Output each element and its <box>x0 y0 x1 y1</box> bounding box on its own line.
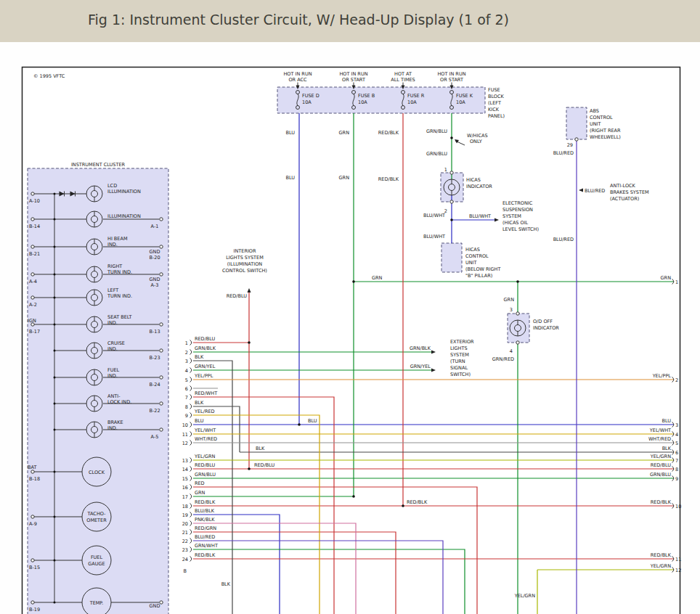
pin-bump <box>31 296 34 299</box>
wire-label: YEL/RED <box>194 409 215 414</box>
power-label: OR ACC <box>288 77 307 83</box>
fuse-rating: 10A <box>407 99 417 105</box>
wire-label: BLU/WHT <box>423 234 445 240</box>
cluster-item-label: LCD <box>107 183 117 189</box>
instrument-cluster-box <box>28 168 168 614</box>
wire-label: BLK <box>256 446 265 451</box>
conn-number: 2 <box>185 350 188 356</box>
conn-number: 7 <box>185 395 188 401</box>
fuse-rating: 10A <box>358 99 367 105</box>
conn-number: 11 <box>675 557 681 562</box>
pin-label: B-22 <box>149 408 160 414</box>
wire-label: GRN/BLU <box>195 472 216 478</box>
junction-dot <box>54 560 56 562</box>
conn-number: 13 <box>182 458 188 464</box>
pin-label: A-2 <box>29 302 37 308</box>
component-label: INDICATOR <box>533 325 559 331</box>
component-label: ELECTRONIC <box>502 200 533 206</box>
wire-label: YEL/GRN <box>650 454 671 459</box>
pin-bump <box>31 192 34 195</box>
conn-number: 23 <box>182 547 188 553</box>
pin-bump <box>31 515 34 518</box>
component-label: LEVEL SWITCH) <box>502 226 539 232</box>
pin-bump <box>31 245 34 248</box>
wire-label: YEL/WHT <box>649 427 671 433</box>
wire-label: GRN/YEL <box>410 364 431 369</box>
pin-bump <box>160 601 163 604</box>
junction-dot <box>248 341 251 344</box>
cluster-item-label: OMETER <box>86 517 107 523</box>
pin-label: A-5 <box>151 434 159 440</box>
wire-label: GRN/BLK <box>195 345 216 351</box>
component-label: SYSTEM <box>502 213 521 219</box>
pin-bump <box>160 245 163 248</box>
component-label: ANTI-LOCK <box>610 183 636 189</box>
junction-dot <box>54 429 56 431</box>
conn-number: 1 <box>185 340 188 346</box>
wire-label: BLU/RED <box>553 150 574 156</box>
fuse-block-label: BLOCK <box>488 94 505 99</box>
wire-label: GRN/YEL <box>195 364 216 369</box>
wire-label: RED <box>195 480 205 486</box>
wire-label: YEL/PPL <box>652 373 672 379</box>
cluster-item-label: ILLUMINATION <box>107 213 141 219</box>
pin-bump <box>31 273 34 276</box>
conn-number: 12 <box>182 441 188 446</box>
cluster-item-label: TURN IND. <box>107 269 132 275</box>
pin-number: 4 <box>510 348 513 354</box>
fuse-label: FUSE D <box>302 93 320 99</box>
fuse-label: FUSE B <box>358 93 375 99</box>
junction-dot <box>54 246 56 248</box>
conn-number: 2 <box>675 377 678 383</box>
abs-unit-box <box>566 107 587 139</box>
component-label: (RIGHT REAR <box>590 128 621 134</box>
conn-number: 9 <box>675 476 678 482</box>
pin-label: B-21 <box>29 251 40 257</box>
pin-label: GND <box>150 277 160 282</box>
conn-label: B <box>184 568 187 574</box>
cluster-item-label: IND. <box>107 242 118 247</box>
cluster-item-label: IND. <box>107 373 118 379</box>
cluster-item-label: FUEL <box>107 367 120 373</box>
wire-label: RED/BLK <box>195 499 216 505</box>
wire-label: GRN <box>504 297 515 303</box>
wire-label: BLU/BLK <box>195 508 215 514</box>
wire-label: RED/BLK <box>651 499 672 505</box>
conn-number: 12 <box>675 568 681 573</box>
wire-label: RED/BLU <box>195 336 216 342</box>
junction-dot <box>516 280 519 283</box>
component-label: EXTERIOR <box>450 339 474 345</box>
wire-label: WHT/RED <box>648 436 671 442</box>
fuse-block-label: (LEFT <box>488 100 501 106</box>
junction-dot <box>54 516 56 518</box>
conn-number: 20 <box>182 521 188 527</box>
wire-label: PNK/BLK <box>195 517 215 523</box>
wire-label: RED/BLK <box>378 130 399 136</box>
wire-label: BLU <box>662 418 671 424</box>
pin-bump <box>450 171 453 174</box>
power-label: OR START <box>440 77 463 83</box>
wire-label: GRN/BLU <box>650 472 671 478</box>
wire-label: BLK <box>662 446 672 451</box>
wire-label: GRN <box>339 175 350 181</box>
conn-number: 5 <box>675 441 678 446</box>
wire-label: BLU/WHT <box>423 213 445 218</box>
wire-label: BLU <box>308 418 317 424</box>
pin-bump <box>31 559 34 562</box>
junction-dot <box>54 377 56 379</box>
note-label: ONLY <box>470 139 482 144</box>
cluster-item-label: LOCK IND. <box>107 399 131 405</box>
wire-label: GRN/BLU <box>426 128 447 134</box>
conn-number: 18 <box>182 504 188 509</box>
cluster-item-label: IND. <box>107 320 118 326</box>
cluster-item-label: CLOCK <box>89 470 105 475</box>
conn-number: 24 <box>182 557 188 562</box>
component-label: ABS <box>590 108 599 114</box>
cluster-item-label: LEFT <box>107 287 118 293</box>
wire-label: GRN/WHT <box>195 543 218 549</box>
wire-label: BLU/RED <box>553 237 574 242</box>
pin-bump <box>450 200 453 203</box>
component-label: O/D OFF <box>533 319 553 324</box>
pin-label: B-13 <box>149 329 160 335</box>
wire-label: YEL/PPL <box>194 373 213 379</box>
